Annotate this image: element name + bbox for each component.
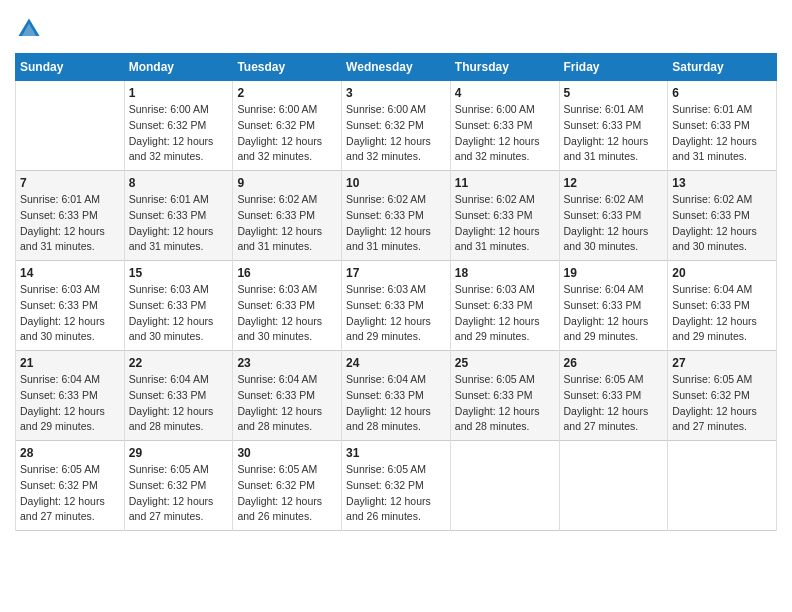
calendar-cell: 30Sunrise: 6:05 AMSunset: 6:32 PMDayligh…	[233, 441, 342, 531]
day-number: 30	[237, 446, 337, 460]
header-day-saturday: Saturday	[668, 54, 777, 81]
day-info: Sunrise: 6:04 AMSunset: 6:33 PMDaylight:…	[564, 282, 664, 345]
header-day-monday: Monday	[124, 54, 233, 81]
day-info: Sunrise: 6:05 AMSunset: 6:32 PMDaylight:…	[129, 462, 229, 525]
day-info: Sunrise: 6:00 AMSunset: 6:32 PMDaylight:…	[346, 102, 446, 165]
day-info: Sunrise: 6:02 AMSunset: 6:33 PMDaylight:…	[346, 192, 446, 255]
calendar-cell: 4Sunrise: 6:00 AMSunset: 6:33 PMDaylight…	[450, 81, 559, 171]
day-number: 15	[129, 266, 229, 280]
day-info: Sunrise: 6:05 AMSunset: 6:32 PMDaylight:…	[20, 462, 120, 525]
day-info: Sunrise: 6:02 AMSunset: 6:33 PMDaylight:…	[672, 192, 772, 255]
day-info: Sunrise: 6:03 AMSunset: 6:33 PMDaylight:…	[455, 282, 555, 345]
header-day-thursday: Thursday	[450, 54, 559, 81]
calendar-cell: 1Sunrise: 6:00 AMSunset: 6:32 PMDaylight…	[124, 81, 233, 171]
day-number: 20	[672, 266, 772, 280]
day-number: 21	[20, 356, 120, 370]
day-info: Sunrise: 6:05 AMSunset: 6:33 PMDaylight:…	[564, 372, 664, 435]
calendar-cell: 13Sunrise: 6:02 AMSunset: 6:33 PMDayligh…	[668, 171, 777, 261]
calendar-cell: 3Sunrise: 6:00 AMSunset: 6:32 PMDaylight…	[342, 81, 451, 171]
calendar-body: 1Sunrise: 6:00 AMSunset: 6:32 PMDaylight…	[16, 81, 777, 531]
calendar-cell	[16, 81, 125, 171]
header-day-sunday: Sunday	[16, 54, 125, 81]
calendar-cell: 28Sunrise: 6:05 AMSunset: 6:32 PMDayligh…	[16, 441, 125, 531]
day-info: Sunrise: 6:03 AMSunset: 6:33 PMDaylight:…	[346, 282, 446, 345]
page-header	[15, 15, 777, 43]
calendar-cell: 10Sunrise: 6:02 AMSunset: 6:33 PMDayligh…	[342, 171, 451, 261]
day-number: 3	[346, 86, 446, 100]
day-number: 1	[129, 86, 229, 100]
week-row-4: 21Sunrise: 6:04 AMSunset: 6:33 PMDayligh…	[16, 351, 777, 441]
day-number: 16	[237, 266, 337, 280]
day-number: 13	[672, 176, 772, 190]
day-info: Sunrise: 6:01 AMSunset: 6:33 PMDaylight:…	[129, 192, 229, 255]
day-info: Sunrise: 6:00 AMSunset: 6:32 PMDaylight:…	[129, 102, 229, 165]
calendar-cell	[559, 441, 668, 531]
day-info: Sunrise: 6:05 AMSunset: 6:32 PMDaylight:…	[346, 462, 446, 525]
calendar-cell: 12Sunrise: 6:02 AMSunset: 6:33 PMDayligh…	[559, 171, 668, 261]
day-number: 27	[672, 356, 772, 370]
day-number: 23	[237, 356, 337, 370]
day-number: 28	[20, 446, 120, 460]
logo-icon	[15, 15, 43, 43]
header-day-friday: Friday	[559, 54, 668, 81]
day-number: 24	[346, 356, 446, 370]
calendar-cell: 8Sunrise: 6:01 AMSunset: 6:33 PMDaylight…	[124, 171, 233, 261]
header-row: SundayMondayTuesdayWednesdayThursdayFrid…	[16, 54, 777, 81]
day-info: Sunrise: 6:04 AMSunset: 6:33 PMDaylight:…	[20, 372, 120, 435]
calendar-cell: 31Sunrise: 6:05 AMSunset: 6:32 PMDayligh…	[342, 441, 451, 531]
calendar-cell: 26Sunrise: 6:05 AMSunset: 6:33 PMDayligh…	[559, 351, 668, 441]
day-number: 6	[672, 86, 772, 100]
day-number: 5	[564, 86, 664, 100]
day-info: Sunrise: 6:04 AMSunset: 6:33 PMDaylight:…	[346, 372, 446, 435]
calendar-cell: 27Sunrise: 6:05 AMSunset: 6:32 PMDayligh…	[668, 351, 777, 441]
day-info: Sunrise: 6:04 AMSunset: 6:33 PMDaylight:…	[237, 372, 337, 435]
day-info: Sunrise: 6:04 AMSunset: 6:33 PMDaylight:…	[672, 282, 772, 345]
day-info: Sunrise: 6:03 AMSunset: 6:33 PMDaylight:…	[129, 282, 229, 345]
day-info: Sunrise: 6:02 AMSunset: 6:33 PMDaylight:…	[455, 192, 555, 255]
day-number: 22	[129, 356, 229, 370]
calendar-cell: 29Sunrise: 6:05 AMSunset: 6:32 PMDayligh…	[124, 441, 233, 531]
day-info: Sunrise: 6:01 AMSunset: 6:33 PMDaylight:…	[564, 102, 664, 165]
day-info: Sunrise: 6:03 AMSunset: 6:33 PMDaylight:…	[20, 282, 120, 345]
day-info: Sunrise: 6:01 AMSunset: 6:33 PMDaylight:…	[672, 102, 772, 165]
day-info: Sunrise: 6:05 AMSunset: 6:32 PMDaylight:…	[672, 372, 772, 435]
day-number: 8	[129, 176, 229, 190]
calendar-cell: 21Sunrise: 6:04 AMSunset: 6:33 PMDayligh…	[16, 351, 125, 441]
calendar-cell	[668, 441, 777, 531]
day-number: 19	[564, 266, 664, 280]
calendar-cell: 9Sunrise: 6:02 AMSunset: 6:33 PMDaylight…	[233, 171, 342, 261]
logo	[15, 15, 47, 43]
week-row-2: 7Sunrise: 6:01 AMSunset: 6:33 PMDaylight…	[16, 171, 777, 261]
header-day-tuesday: Tuesday	[233, 54, 342, 81]
day-number: 11	[455, 176, 555, 190]
day-number: 4	[455, 86, 555, 100]
day-number: 29	[129, 446, 229, 460]
day-number: 14	[20, 266, 120, 280]
calendar-cell: 6Sunrise: 6:01 AMSunset: 6:33 PMDaylight…	[668, 81, 777, 171]
calendar-cell: 17Sunrise: 6:03 AMSunset: 6:33 PMDayligh…	[342, 261, 451, 351]
day-number: 31	[346, 446, 446, 460]
day-info: Sunrise: 6:00 AMSunset: 6:33 PMDaylight:…	[455, 102, 555, 165]
calendar-cell: 16Sunrise: 6:03 AMSunset: 6:33 PMDayligh…	[233, 261, 342, 351]
day-info: Sunrise: 6:04 AMSunset: 6:33 PMDaylight:…	[129, 372, 229, 435]
day-number: 18	[455, 266, 555, 280]
day-number: 26	[564, 356, 664, 370]
day-info: Sunrise: 6:03 AMSunset: 6:33 PMDaylight:…	[237, 282, 337, 345]
day-info: Sunrise: 6:01 AMSunset: 6:33 PMDaylight:…	[20, 192, 120, 255]
day-number: 2	[237, 86, 337, 100]
day-number: 17	[346, 266, 446, 280]
calendar-cell: 22Sunrise: 6:04 AMSunset: 6:33 PMDayligh…	[124, 351, 233, 441]
header-day-wednesday: Wednesday	[342, 54, 451, 81]
day-info: Sunrise: 6:02 AMSunset: 6:33 PMDaylight:…	[564, 192, 664, 255]
day-number: 9	[237, 176, 337, 190]
calendar-table: SundayMondayTuesdayWednesdayThursdayFrid…	[15, 53, 777, 531]
calendar-cell: 11Sunrise: 6:02 AMSunset: 6:33 PMDayligh…	[450, 171, 559, 261]
calendar-cell: 18Sunrise: 6:03 AMSunset: 6:33 PMDayligh…	[450, 261, 559, 351]
calendar-cell	[450, 441, 559, 531]
day-info: Sunrise: 6:00 AMSunset: 6:32 PMDaylight:…	[237, 102, 337, 165]
calendar-cell: 2Sunrise: 6:00 AMSunset: 6:32 PMDaylight…	[233, 81, 342, 171]
day-number: 12	[564, 176, 664, 190]
calendar-cell: 24Sunrise: 6:04 AMSunset: 6:33 PMDayligh…	[342, 351, 451, 441]
calendar-cell: 5Sunrise: 6:01 AMSunset: 6:33 PMDaylight…	[559, 81, 668, 171]
day-info: Sunrise: 6:05 AMSunset: 6:32 PMDaylight:…	[237, 462, 337, 525]
